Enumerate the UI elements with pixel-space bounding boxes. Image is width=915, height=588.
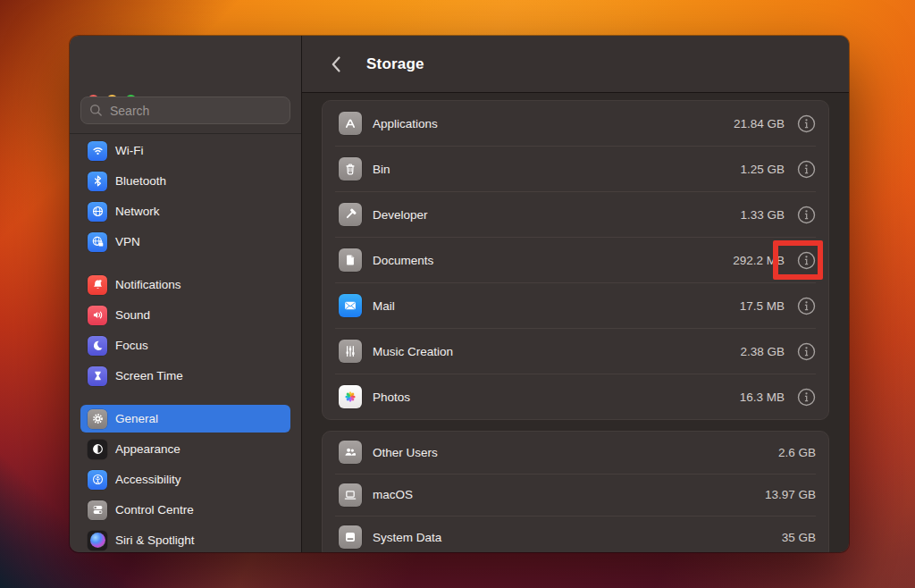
sidebar-item-label: Bluetooth — [115, 174, 166, 188]
storage-row-label: Mail — [373, 299, 729, 313]
general-gear-icon — [88, 409, 107, 429]
storage-row-developer[interactable]: Developer 1.33 GB — [323, 192, 828, 237]
storage-row-size: 1.25 GB — [740, 163, 785, 176]
info-icon — [797, 160, 816, 179]
storage-row-macos[interactable]: macOS 13.97 GB — [323, 475, 828, 517]
notifications-bell-icon — [88, 275, 107, 295]
sidebar-item-label: Accessibility — [115, 473, 181, 486]
chevron-left-icon — [331, 55, 341, 73]
sidebar-item-focus[interactable]: Focus — [80, 332, 290, 359]
storage-categories-card: Applications 21.84 GB Bin 1.25 GB — [322, 100, 829, 420]
system-data-drive-icon — [339, 525, 362, 549]
storage-row-label: macOS — [373, 488, 754, 501]
storage-row-label: Bin — [373, 163, 729, 176]
sidebar-item-label: Appearance — [115, 442, 180, 456]
music-creation-sliders-icon — [339, 340, 362, 363]
storage-row-label: Music Creation — [373, 345, 729, 358]
storage-row-label: System Data — [373, 531, 771, 544]
storage-row-music-creation[interactable]: Music Creation 2.38 GB — [323, 329, 828, 374]
storage-row-size: 2.6 GB — [778, 446, 816, 459]
info-button[interactable] — [797, 342, 816, 361]
mail-envelope-icon — [339, 294, 362, 317]
sidebar-item-sound[interactable]: Sound — [80, 301, 290, 329]
sidebar-item-bluetooth[interactable]: Bluetooth — [80, 167, 290, 195]
network-globe-icon — [88, 202, 107, 222]
info-icon — [797, 114, 816, 133]
sidebar-item-label: Screen Time — [115, 369, 183, 382]
search-input[interactable] — [80, 97, 290, 124]
siri-orb-icon — [88, 531, 107, 550]
info-button[interactable] — [797, 388, 816, 407]
vpn-globe-lock-icon — [88, 232, 107, 252]
search-icon — [88, 103, 104, 118]
info-button-documents[interactable] — [797, 251, 816, 270]
back-button[interactable] — [327, 54, 345, 75]
other-users-icon — [339, 441, 362, 464]
sidebar-item-label: Sound — [115, 308, 150, 322]
info-button[interactable] — [797, 114, 816, 133]
sidebar-item-label: Wi-Fi — [115, 144, 143, 157]
sidebar-item-label: Siri & Spotlight — [115, 533, 195, 547]
photos-pinwheel-icon — [339, 385, 362, 408]
storage-row-mail[interactable]: Mail 17.5 MB — [323, 283, 828, 328]
info-icon — [797, 342, 816, 361]
applications-icon — [339, 112, 362, 135]
sidebar-item-label: Focus — [115, 339, 148, 352]
info-button[interactable] — [797, 206, 816, 224]
sidebar-item-network[interactable]: Network — [80, 197, 290, 225]
storage-row-system-data[interactable]: System Data 35 GB — [323, 517, 828, 552]
storage-row-size: 13.97 GB — [765, 488, 816, 501]
storage-row-bin[interactable]: Bin 1.25 GB — [323, 147, 828, 191]
storage-row-applications[interactable]: Applications 21.84 GB — [323, 101, 828, 146]
storage-row-label: Other Users — [373, 446, 768, 459]
info-button[interactable] — [797, 160, 816, 179]
sidebar-item-appearance[interactable]: Appearance — [80, 435, 290, 463]
documents-page-icon — [339, 248, 362, 272]
sidebar-item-screen-time[interactable]: Screen Time — [80, 362, 290, 390]
storage-row-documents[interactable]: Documents 292.2 MB — [323, 238, 828, 282]
info-icon — [797, 206, 816, 224]
sidebar-item-label: Notifications — [115, 278, 181, 291]
accessibility-person-icon — [88, 470, 107, 490]
storage-row-size: 292.2 MB — [733, 254, 785, 267]
info-icon — [797, 297, 816, 315]
sidebar-item-accessibility[interactable]: Accessibility — [80, 466, 290, 493]
storage-row-photos[interactable]: Photos 16.3 MB — [323, 374, 828, 419]
storage-system-card: Other Users 2.6 GB macOS 13.97 GB — [322, 431, 829, 552]
sidebar-item-label: Network — [115, 205, 160, 218]
developer-hammer-icon — [339, 203, 362, 226]
storage-row-label: Applications — [373, 117, 723, 130]
sidebar-item-notifications[interactable]: Notifications — [80, 271, 290, 298]
appearance-contrast-icon — [88, 440, 107, 459]
storage-row-label: Documents — [373, 254, 722, 267]
macos-laptop-icon — [339, 483, 362, 507]
system-settings-window: Wi-Fi Bluetooth Network VPN — [70, 36, 849, 552]
sidebar-item-label: VPN — [115, 235, 140, 248]
sidebar-item-vpn[interactable]: VPN — [80, 228, 290, 256]
sidebar-item-siri-spotlight[interactable]: Siri & Spotlight — [80, 526, 290, 552]
titlebar: Storage — [302, 36, 849, 93]
storage-row-size: 17.5 MB — [740, 299, 785, 313]
info-button[interactable] — [797, 297, 816, 315]
main-pane: Storage Applications 21.84 GB — [302, 36, 849, 552]
bin-trash-icon — [339, 157, 362, 181]
storage-row-label: Developer — [373, 208, 729, 222]
storage-row-size: 16.3 MB — [740, 391, 785, 404]
bluetooth-icon — [88, 172, 107, 191]
sidebar-item-label: General — [115, 412, 158, 425]
control-centre-toggles-icon — [88, 500, 107, 520]
sidebar-item-control-centre[interactable]: Control Centre — [80, 496, 290, 524]
sidebar-nav: Wi-Fi Bluetooth Network VPN — [70, 134, 301, 552]
sidebar-item-general[interactable]: General — [80, 405, 290, 433]
sound-speaker-icon — [88, 306, 107, 325]
info-icon — [797, 388, 816, 407]
storage-row-size: 2.38 GB — [740, 345, 785, 358]
sidebar-item-label: Control Centre — [115, 503, 194, 517]
screen-time-hourglass-icon — [88, 366, 107, 386]
storage-row-size: 21.84 GB — [734, 117, 785, 130]
sidebar-item-wifi[interactable]: Wi-Fi — [80, 137, 290, 164]
storage-row-other-users[interactable]: Other Users 2.6 GB — [323, 432, 828, 474]
wifi-icon — [88, 141, 107, 161]
storage-row-size: 1.33 GB — [740, 208, 785, 222]
storage-row-size: 35 GB — [782, 531, 816, 544]
